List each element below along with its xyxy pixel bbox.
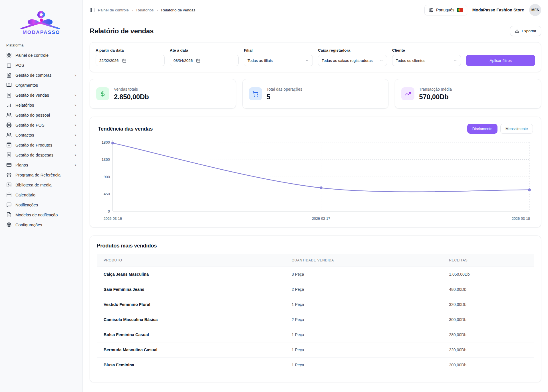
brand-name: MODAPASSO: [23, 29, 60, 35]
cart-icon: [249, 87, 262, 100]
cell-quantity: 2 Peça: [285, 312, 442, 327]
apply-filters-button[interactable]: Aplicar filtros: [466, 55, 535, 66]
top-products-table: PRODUTO QUANTIDADE VENDIDA RECEITAS Calç…: [97, 254, 534, 372]
sidebar-item-gestao-do-pessoal[interactable]: Gestão do pessoal›: [0, 110, 82, 120]
sidebar-item-pos[interactable]: POS: [0, 60, 82, 70]
calendar-icon[interactable]: [196, 58, 200, 63]
toggle-daily[interactable]: Diariamente: [467, 124, 497, 134]
stat-value: 5: [267, 93, 302, 101]
branch-select[interactable]: Todas as filiais: [244, 55, 313, 66]
stat-value: 570,00Db: [419, 93, 452, 101]
breadcrumb-current: Relatório de vendas: [161, 8, 196, 12]
chevron-right-icon: ›: [74, 163, 76, 167]
register-value: Todas as caixas registradoras: [322, 58, 373, 63]
y-axis-tick: 450: [104, 192, 110, 196]
sidebar-item-label: Biblioteca de media: [15, 183, 52, 187]
y-axis-tick: 1800: [102, 140, 110, 145]
sidebar-item-calendario[interactable]: Calendário: [0, 190, 82, 200]
breadcrumb: Painel de controle › Relatórios › Relató…: [90, 7, 196, 13]
toggle-monthly[interactable]: Mensalmente: [500, 124, 533, 134]
chevron-right-icon: ›: [74, 143, 76, 147]
cell-revenue: 1.050,00Db: [442, 267, 534, 282]
chart-interval-toggles: Diariamente Mensalmente: [467, 124, 533, 134]
stats-row: Vendas totais2.850,00DbTotal das operaçõ…: [90, 79, 541, 109]
table-row: Saia Feminina Jeans2 Peça480,00Db: [97, 282, 534, 297]
modapasso-logo-icon: MODAPASSO: [14, 5, 68, 39]
page-title: Relatório de vendas: [90, 27, 154, 35]
stat-card-total-das-operacoes: Total das operações5: [242, 79, 389, 109]
sidebar-item-programa-de-referencia[interactable]: Programa de Referência: [0, 170, 82, 180]
sidebar-section-label: Plataforma: [0, 43, 82, 47]
register-select[interactable]: Todas as caixas registradoras: [318, 55, 387, 66]
page-content: Relatório de vendas Exportar A partir da…: [83, 20, 548, 391]
breadcrumb-item[interactable]: Relatórios: [136, 8, 154, 12]
y-axis-tick: 900: [104, 175, 110, 179]
cell-product: Blusa Feminina: [97, 358, 285, 373]
sidebar-item-gestao-de-despesas[interactable]: Gestão de despesas›: [0, 150, 82, 160]
budget-book-icon: [6, 82, 12, 88]
sidebar-item-label: Gestão de despesas: [15, 153, 53, 157]
sidebar-item-label: Modelos de notificação: [15, 213, 58, 217]
cell-product: Bolsa Feminina Casual: [97, 327, 285, 342]
sidebar-item-orcamentos[interactable]: Orçamentos: [0, 80, 82, 90]
chevron-right-icon: ›: [74, 153, 76, 157]
from-date-input[interactable]: 22/02/2026: [96, 55, 165, 66]
store-name[interactable]: ModaPasso Fashion Store: [472, 8, 524, 12]
cell-quantity: 1 Peça: [285, 358, 442, 373]
register-label: Caixa registadora: [318, 48, 387, 52]
chevron-right-icon: ›: [74, 113, 76, 117]
branch-label: Filial: [244, 48, 313, 52]
data-point: [320, 186, 323, 189]
avatar[interactable]: MFS: [529, 4, 541, 16]
cell-quantity: 1 Peça: [285, 342, 442, 358]
branch-value: Todas as filiais: [247, 58, 273, 63]
cell-revenue: 220,00Db: [442, 342, 534, 358]
from-date-value: 22/02/2026: [99, 58, 119, 63]
main-area: Painel de controle › Relatórios › Relató…: [83, 0, 548, 392]
chevron-right-icon: ›: [74, 73, 76, 78]
purchase-doc-icon: [6, 72, 12, 78]
from-date-field: A partir da data 22/02/2026: [96, 48, 165, 66]
cell-product: Calça Jeans Masculina: [97, 267, 285, 282]
table-row: Bermuda Masculina Casual1 Peça220,00Db: [97, 342, 534, 358]
sidebar-item-label: Configurações: [15, 223, 42, 227]
stat-text: Total das operações5: [267, 87, 302, 101]
sidebar-item-relatorios[interactable]: Relatórios›: [0, 100, 82, 110]
table-row: Vestido Feminino Floral1 Peça320,00Db: [97, 297, 534, 312]
chevron-down-icon: [380, 59, 383, 62]
sidebar-item-contactos[interactable]: Contactos›: [0, 130, 82, 140]
table-row: Bolsa Feminina Casual1 Peça280,00Db: [97, 327, 534, 342]
chevron-right-icon: ›: [74, 93, 76, 98]
stat-text: Vendas totais2.850,00Db: [114, 87, 149, 101]
sidebar-item-label: Gestão de Produtos: [15, 143, 52, 147]
plans-card-icon: [6, 162, 12, 168]
customer-select[interactable]: Todos os clientes: [392, 55, 461, 66]
products-bag-icon: [6, 142, 12, 148]
sidebar-item-planos[interactable]: Planos›: [0, 160, 82, 170]
sidebar-item-notificacoes[interactable]: Notificações: [0, 200, 82, 210]
sidebar-item-biblioteca-de-media[interactable]: Biblioteca de media: [0, 180, 82, 190]
sidebar-toggle-icon[interactable]: [90, 7, 95, 13]
filters-panel: A partir da data 22/02/2026 Até à data 0…: [90, 42, 541, 72]
sidebar-item-painel-de-controle[interactable]: Painel de controle: [0, 50, 82, 60]
sidebar-item-configuracoes[interactable]: Configurações: [0, 220, 82, 230]
sidebar-item-gestao-de-pos[interactable]: Gestão de POS›: [0, 120, 82, 130]
x-axis-label: 2026-03-16: [104, 217, 122, 221]
sidebar-item-gestao-de-produtos[interactable]: Gestão de Produtos›: [0, 140, 82, 150]
cell-product: Camisola Masculina Básica: [97, 312, 285, 327]
table-title: Produtos mais vendidos: [97, 243, 534, 249]
sidebar-item-gestao-de-compras[interactable]: Gestão de compras›: [0, 70, 82, 80]
y-axis-tick: 1350: [102, 157, 110, 162]
calendar-icon[interactable]: [122, 58, 126, 63]
sidebar-item-label: Calendário: [15, 193, 35, 197]
x-axis-label: 2026-03-17: [312, 217, 330, 221]
chevron-down-icon: [305, 59, 309, 62]
export-button[interactable]: Exportar: [510, 26, 541, 36]
export-button-label: Exportar: [522, 29, 536, 33]
to-date-input[interactable]: 08/04/2026: [170, 55, 239, 66]
sidebar-item-gestao-de-vendas[interactable]: Gestão de vendas›: [0, 90, 82, 100]
sidebar-item-modelos-de-notificacao[interactable]: Modelos de notificação: [0, 210, 82, 220]
expenses-receipt-icon: [6, 152, 12, 158]
breadcrumb-item[interactable]: Painel de controle: [98, 8, 129, 12]
language-selector[interactable]: Português: [424, 5, 467, 15]
